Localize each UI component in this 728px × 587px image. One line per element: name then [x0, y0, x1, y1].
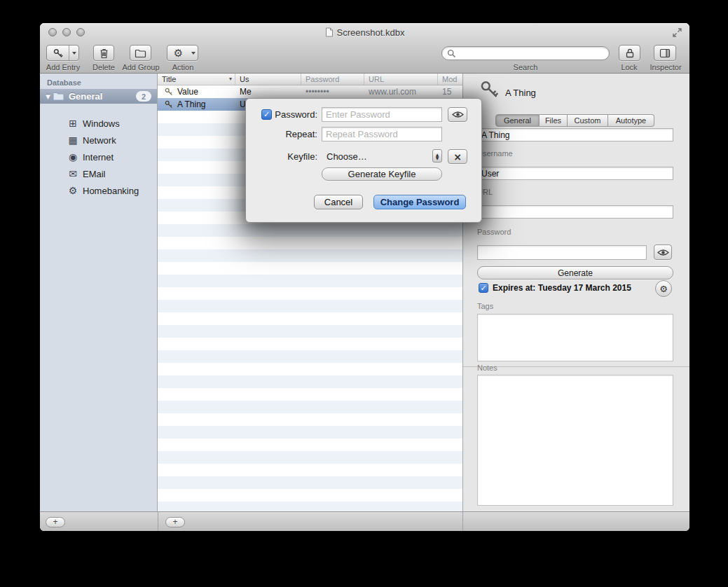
search-label: Search	[506, 63, 545, 71]
inspector-panel: A Thing General Files Custom Autotype Us…	[462, 74, 689, 511]
reveal-password-button[interactable]	[654, 244, 672, 260]
inspector-label: Inspector	[645, 63, 686, 71]
tab-custom[interactable]: Custom	[568, 114, 608, 127]
sidebar-item-email[interactable]: ✉ EMail	[40, 166, 157, 181]
padlock-icon	[625, 48, 635, 59]
eye-icon	[452, 111, 464, 118]
window-title: Screenshot.kdbx	[40, 27, 689, 38]
change-password-dialog: ✓ Password: Repeat: Keyfile: Choose… ▲ ▼…	[245, 98, 482, 223]
add-group-plus-button[interactable]: +	[46, 517, 65, 527]
sidebar-item-windows[interactable]: ⊞ Windows	[40, 116, 157, 131]
chevron-down-icon[interactable]	[189, 46, 198, 60]
add-group-button[interactable]	[130, 45, 151, 61]
bottom-bar: + +	[40, 511, 689, 531]
search-icon	[447, 49, 456, 58]
expires-checkbox[interactable]: ✓	[479, 283, 488, 293]
password-checkbox[interactable]: ✓	[261, 109, 272, 120]
password-field[interactable]	[477, 245, 647, 260]
group-label: General	[69, 91, 102, 102]
clear-keyfile-button[interactable]: ×	[448, 149, 467, 164]
add-entry-button[interactable]	[46, 45, 79, 61]
entry-count-badge: 2	[136, 91, 151, 102]
cell-title: A Thing	[177, 98, 205, 111]
folder-icon	[53, 92, 64, 101]
key-icon	[165, 88, 173, 96]
repeat-input[interactable]	[322, 127, 442, 141]
internet-icon: ◉	[67, 152, 79, 162]
expires-label: Expires at: Tuesday 17 March 2015	[493, 283, 631, 293]
action-label: Action	[163, 63, 202, 71]
homebanking-icon: ⚙	[67, 186, 79, 195]
network-icon: ▦	[67, 135, 79, 145]
action-button[interactable]: ⚙	[167, 45, 198, 61]
sidebar-item-homebanking[interactable]: ⚙ Homebanking	[40, 183, 157, 198]
search-field[interactable]	[441, 46, 610, 60]
cell-title: Value	[177, 85, 198, 98]
sidebar-item-label: EMail	[83, 169, 106, 179]
trash-icon	[99, 48, 109, 59]
repeat-label: Repeat:	[274, 127, 317, 141]
stepper-down-icon: ▼	[436, 156, 439, 160]
sidebar-item-network[interactable]: ▦ Network	[40, 132, 157, 148]
change-password-button[interactable]: Change Password	[373, 195, 466, 209]
inspector-tabs: General Files Custom Autotype	[495, 114, 654, 127]
table-row[interactable]: Value Me •••••••• www.url.com 15	[158, 85, 462, 98]
email-icon: ✉	[67, 169, 79, 179]
eye-icon	[657, 249, 669, 256]
keyfile-popup[interactable]: Choose…	[327, 149, 367, 164]
sidebar-item-label: Windows	[83, 118, 120, 129]
lock-button[interactable]	[619, 45, 640, 61]
group-sidebar: Database ▼ General 2 ⊞ Windows ▦ Network…	[40, 74, 158, 511]
url-field[interactable]	[477, 205, 673, 219]
cancel-button[interactable]: Cancel	[314, 195, 363, 209]
sidebar-item-internet[interactable]: ◉ Internet	[40, 149, 157, 165]
fullscreen-icon[interactable]	[672, 27, 682, 38]
title-field[interactable]	[477, 128, 673, 141]
add-group-label: Add Group	[120, 63, 162, 71]
tags-field[interactable]	[477, 314, 673, 361]
add-entry-label: Add Entry	[43, 63, 83, 71]
keyfile-stepper[interactable]: ▲ ▼	[432, 149, 442, 163]
sidebar-item-label: Internet	[83, 152, 114, 163]
column-header-title[interactable]: Title ▾	[158, 74, 235, 85]
tab-autotype[interactable]: Autotype	[608, 114, 654, 127]
table-header: Title ▾ Us Password URL Mod	[158, 74, 462, 85]
delete-button[interactable]	[93, 45, 114, 61]
notes-field[interactable]	[477, 375, 673, 506]
expires-options-button[interactable]: ⚙	[655, 280, 672, 297]
tab-general[interactable]: General	[495, 114, 540, 127]
generate-keyfile-button[interactable]: Generate Keyfile	[322, 167, 442, 181]
column-header-username[interactable]: Us	[235, 74, 301, 85]
tab-files[interactable]: Files	[540, 114, 568, 127]
sidebar-item-label: Network	[83, 135, 116, 146]
username-field[interactable]	[477, 167, 673, 180]
add-entry-plus-button[interactable]: +	[165, 517, 185, 527]
delete-label: Delete	[84, 63, 123, 71]
window-header: Screenshot.kdbx Add Entry Delete Add Gro…	[40, 23, 689, 74]
key-icon	[165, 100, 173, 109]
inspector-button[interactable]	[654, 45, 676, 61]
chevron-down-icon[interactable]	[69, 46, 78, 60]
app-window: Screenshot.kdbx Add Entry Delete Add Gro…	[40, 23, 689, 531]
document-icon	[325, 27, 334, 37]
column-header-password[interactable]: Password	[301, 74, 364, 85]
keyfile-label: Keyfile:	[274, 149, 317, 164]
sort-indicator-icon: ▾	[229, 76, 232, 82]
username-label: Username	[477, 149, 513, 158]
sidebar-header: Database	[47, 78, 81, 87]
reveal-password-button[interactable]	[448, 107, 467, 122]
gear-icon: ⚙	[167, 46, 189, 60]
close-icon: ×	[453, 151, 462, 163]
search-input[interactable]	[459, 48, 604, 58]
windows-icon: ⊞	[67, 118, 79, 128]
generate-password-button[interactable]: Generate	[477, 266, 673, 279]
column-header-url[interactable]: URL	[364, 74, 438, 85]
password-input[interactable]	[322, 107, 442, 122]
disclosure-triangle-icon[interactable]: ▼	[46, 93, 53, 100]
window-title-text: Screenshot.kdbx	[337, 27, 405, 38]
sidebar-group-general[interactable]: ▼ General 2	[40, 89, 157, 104]
column-header-modified[interactable]: Mod	[438, 74, 462, 85]
password-label: Password:	[274, 107, 317, 122]
key-icon	[47, 46, 69, 60]
tags-label: Tags	[477, 302, 493, 310]
